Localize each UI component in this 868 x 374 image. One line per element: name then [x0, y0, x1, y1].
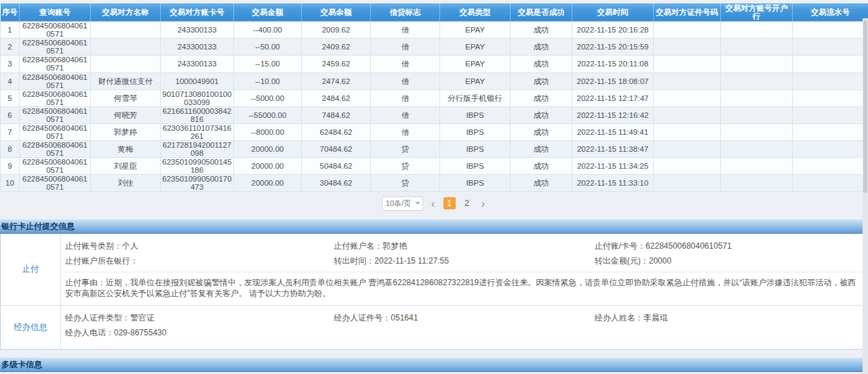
column-header: 借贷标志: [371, 3, 440, 22]
table-cell: 何雪琴: [91, 89, 161, 106]
table-cell: 借: [371, 39, 440, 56]
table-cell: 9: [1, 158, 20, 175]
table-cell: [721, 158, 793, 175]
agent-info-group-label: 经办信息: [1, 306, 61, 349]
table-row[interactable]: 96228450068040610571刘星臣62350109905001451…: [1, 158, 868, 175]
table-cell: 6228450068040610571: [20, 56, 91, 72]
table-cell: [793, 141, 868, 158]
table-row[interactable]: 46228450068040610571财付通微信支付1000049901--1…: [1, 72, 868, 89]
table-cell: 借: [371, 56, 440, 72]
table-cell: [721, 22, 793, 39]
field-stop-bank: 止付账户所在银行: [65, 253, 334, 268]
page-button-2[interactable]: 2: [461, 197, 473, 209]
table-row[interactable]: 36228450068040610571243300133--15.002459…: [1, 56, 868, 72]
column-header: 交易是否成功: [511, 3, 572, 22]
table-cell: [793, 123, 868, 140]
table-cell: 3: [1, 56, 20, 72]
table-cell: 6228450068040610571: [20, 175, 91, 192]
table-cell: 6228450068040610571: [20, 106, 91, 123]
table-cell: 2459.62: [302, 56, 371, 72]
table-cell: [654, 141, 721, 158]
table-cell: 成功: [511, 72, 572, 89]
vertical-scrollbar[interactable]: [863, 18, 868, 374]
table-row[interactable]: 106228450068040610571刘佳62350109905001704…: [1, 175, 868, 192]
table-cell: [654, 123, 721, 140]
table-cell: 2022-11-15 12:16:42: [572, 106, 654, 123]
table-cell: 1000049901: [161, 72, 234, 89]
column-header: 交易对方证件号码: [654, 3, 721, 22]
column-header: 交易金额: [234, 3, 302, 22]
table-cell: 成功: [511, 106, 572, 123]
table-cell: [721, 39, 793, 56]
page-button-1[interactable]: 1: [443, 197, 456, 209]
table-cell: 7484.62: [302, 106, 371, 123]
table-cell: 借: [371, 106, 440, 123]
table-cell: [91, 39, 161, 56]
table-cell: [654, 175, 721, 192]
chevron-down-icon: [415, 202, 420, 205]
table-cell: [793, 106, 868, 123]
stop-payment-section-title: 银行卡止付提交信息: [1, 221, 75, 232]
stop-payment-section-header: 银行卡止付提交信息: [0, 220, 868, 234]
table-row[interactable]: 16228450068040610571243300133--400.00200…: [1, 22, 868, 39]
table-cell: 5: [1, 89, 20, 106]
table-cell: --5000.00: [234, 89, 302, 106]
table-row[interactable]: 26228450068040610571243300133--50.002409…: [1, 39, 868, 56]
table-cell: 20000.00: [234, 141, 302, 158]
stop-payment-group: 止付 止付账号类别个人 止付账户名郭梦艳 止付账/卡号6228450068040…: [1, 234, 867, 305]
field-transfer-amount: 转出金额(元)20000: [595, 253, 867, 268]
table-cell: 2022-11-15 20:16:28: [572, 22, 654, 39]
table-cell: [654, 56, 721, 72]
table-cell: 郭梦婷: [91, 123, 161, 140]
table-cell: 6: [1, 106, 20, 123]
table-cell: [721, 72, 793, 89]
table-cell: 刘佳: [91, 175, 161, 192]
table-cell: 6235010990500145186: [161, 158, 234, 175]
table-cell: [793, 89, 868, 106]
table-cell: 6228450068040610571: [20, 22, 91, 39]
table-cell: 贷: [371, 175, 440, 192]
transaction-table-header: 序号查询账号交易对方名称交易对方账卡号交易金额交易余额借贷标志交易类型交易是否成…: [1, 3, 868, 22]
table-cell: 财付通微信支付: [91, 72, 161, 89]
table-cell: 6230361101073416261: [161, 123, 234, 140]
table-cell: EPAY: [440, 72, 511, 89]
table-cell: EPAY: [440, 22, 511, 39]
table-cell: 6228450068040610571: [20, 72, 91, 89]
table-cell: 20000.00: [234, 175, 302, 192]
page-size-value: 10条/页: [386, 199, 411, 209]
table-row[interactable]: 76228450068040610571郭梦婷62303611010734162…: [1, 123, 868, 140]
table-cell: [91, 56, 161, 72]
table-cell: 成功: [511, 123, 572, 140]
table-row[interactable]: 56228450068040610571何雪琴90107130801001000…: [1, 89, 868, 106]
next-page-button[interactable]: ›: [480, 198, 487, 209]
table-cell: [654, 106, 721, 123]
table-cell: [91, 22, 161, 39]
table-cell: [721, 141, 793, 158]
table-cell: 刘星臣: [91, 158, 161, 175]
table-cell: 成功: [511, 22, 572, 39]
table-cell: 贷: [371, 141, 440, 158]
table-cell: 8: [1, 141, 20, 158]
table-cell: [793, 22, 868, 39]
table-cell: 借: [371, 123, 440, 140]
table-cell: 2484.62: [302, 89, 371, 106]
column-header: 交易流水号: [793, 3, 868, 22]
transaction-query-page: 序号查询账号交易对方名称交易对方账卡号交易金额交易余额借贷标志交易类型交易是否成…: [0, 0, 868, 374]
table-cell: 成功: [511, 158, 572, 175]
table-cell: 何晓芳: [91, 106, 161, 123]
table-row[interactable]: 66228450068040610571何晓芳62166116000038428…: [1, 106, 868, 123]
page-size-select[interactable]: 10条/页: [382, 196, 423, 211]
table-cell: 2409.62: [302, 39, 371, 56]
table-cell: 借: [371, 89, 440, 106]
prev-page-button[interactable]: ‹: [430, 198, 437, 209]
table-cell: 9010713080100100033099: [161, 89, 234, 106]
multi-card-section-title: 多级卡信息: [1, 359, 42, 371]
table-cell: 6228450068040610571: [20, 158, 91, 175]
table-cell: [654, 89, 721, 106]
field-agent-id-number: 经办人证件号051641: [334, 310, 594, 325]
scrollbar-thumb[interactable]: [863, 20, 867, 193]
table-row[interactable]: 86228450068040610571黄梅621728194200112709…: [1, 141, 868, 158]
table-cell: 62484.62: [302, 123, 371, 140]
table-cell: 借: [371, 72, 440, 89]
table-cell: 2474.62: [302, 72, 371, 89]
